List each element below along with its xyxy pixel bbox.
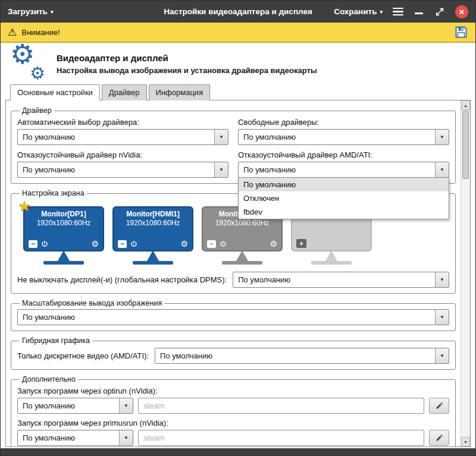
maximize-button[interactable] [434, 7, 445, 17]
window-footer [1, 448, 475, 455]
close-button[interactable]: × [455, 5, 468, 18]
hybrid-group: Гибридная графика Только дискретное виде… [11, 337, 456, 370]
chevron-down-icon: ▼ [435, 348, 449, 363]
dpms-label: Не выключать дисплей(-и) (глобальная нас… [17, 275, 227, 284]
chevron-down-icon: ▼ [435, 272, 449, 287]
hamburger-menu-button[interactable] [393, 8, 403, 16]
extra-group-legend: Дополнительно [20, 375, 78, 383]
auto-driver-field: Автоматический выбор драйвера: По умолча… [17, 117, 228, 145]
chevron-down-icon: ▼ [435, 310, 449, 325]
save-settings-button[interactable] [454, 25, 468, 39]
settings-window: Настройки видеоадаптера и дисплея Загруз… [0, 0, 476, 456]
scrollbar[interactable]: ▲ ▼ [461, 100, 470, 446]
minimize-button[interactable] [414, 7, 424, 17]
load-menu-label: Загрузить [8, 7, 48, 16]
monitor-hdmi1[interactable]: Monitor[HDMI1] 1920x1080:60Hz − ⚙ [112, 206, 193, 265]
scroll-up-button[interactable]: ▲ [461, 100, 470, 110]
free-driver-label: Свободные драйверы: [238, 118, 449, 127]
screen-group-legend: Настройка экрана [20, 189, 87, 197]
settings-content: Драйвер Автоматический выбор драйвера: П… [6, 100, 461, 446]
power-icon[interactable] [220, 240, 227, 247]
primusrun-command-input[interactable] [138, 430, 424, 446]
optirun-row: По умолчанию ▼ [17, 398, 449, 414]
tab-bar: Основные настройки Драйвер Информация [1, 84, 475, 100]
minimize-icon [415, 12, 423, 14]
window-titlebar: Настройки видеоадаптера и дисплея Загруз… [1, 1, 475, 23]
optirun-command-input[interactable] [138, 398, 424, 414]
scroll-thumb[interactable] [462, 111, 469, 179]
chevron-down-icon: ▾ [51, 9, 54, 15]
arrow-up-icon: ▲ [464, 103, 468, 108]
scaling-group-legend: Масштабирование вывода изображения [20, 299, 164, 307]
auto-driver-label: Автоматический выбор драйвера: [17, 118, 228, 127]
chevron-down-icon: ▼ [435, 130, 449, 144]
monitor-disable-button[interactable]: − [118, 240, 127, 248]
dpms-field: Не выключать дисплей(-и) (глобальная нас… [17, 272, 449, 288]
chevron-down-icon: ▾ [380, 9, 383, 15]
amd-failsafe-label: Отказоустойчивый драйвер AMD/ATI: [238, 150, 449, 159]
arrow-down-icon: ▼ [464, 440, 468, 444]
pencil-icon [436, 402, 443, 410]
free-driver-select[interactable]: По умолчанию ▼ [238, 129, 449, 145]
chevron-down-icon: ▼ [119, 398, 133, 413]
amd-failsafe-droplist: По умолчанию Отключен fbdev [238, 177, 449, 219]
hybrid-group-legend: Гибридная графика [20, 337, 92, 345]
optirun-select[interactable]: По умолчанию ▼ [17, 398, 133, 414]
primusrun-row: По умолчанию ▼ [17, 430, 449, 446]
discrete-video-field: Только дискретное видео (AMD/ATI): По ум… [17, 348, 449, 364]
pencil-icon [436, 434, 443, 442]
tab-panel: Драйвер Автоматический выбор драйвера: П… [5, 100, 471, 447]
warning-label: Внимание! [21, 28, 60, 37]
extra-group: Дополнительно Запуск программ через opti… [11, 375, 456, 446]
monitor-dp1[interactable]: ★ Monitor[DP1] 1920x1080:60Hz − ⚙ [23, 206, 104, 265]
scaling-select[interactable]: По умолчанию ▼ [17, 309, 449, 325]
nvidia-failsafe-field: Отказоустойчивый драйвер nVidia: По умол… [17, 149, 228, 178]
chevron-down-icon: ▼ [435, 162, 449, 177]
power-icon[interactable] [41, 240, 48, 247]
save-menu-label: Сохранить [334, 7, 377, 16]
primusrun-label: Запуск программ через primusrun (nVidia)… [17, 419, 449, 427]
discrete-video-label: Только дискретное видео (AMD/ATI): [17, 351, 149, 360]
driver-group-legend: Драйвер [20, 106, 54, 115]
monitor-settings-icon[interactable]: ⚙ [270, 240, 277, 248]
monitor-settings-icon[interactable]: ⚙ [180, 240, 188, 248]
save-menu-button[interactable]: Сохранить ▾ [334, 7, 383, 16]
dpms-select[interactable]: По умолчанию ▼ [233, 272, 449, 288]
primusrun-edit-button[interactable] [429, 430, 449, 446]
chevron-down-icon: ▼ [214, 162, 228, 177]
discrete-video-select[interactable]: По умолчанию ▼ [155, 348, 449, 364]
optirun-edit-button[interactable] [429, 398, 449, 414]
amd-failsafe-select[interactable]: По умолчанию ▼ [238, 162, 449, 178]
floppy-disk-icon [454, 25, 468, 39]
header-text: Видеоадаптер и дисплей Настройка вывода … [57, 53, 317, 75]
nvidia-failsafe-select[interactable]: По умолчанию ▼ [17, 162, 228, 178]
warning-banner: ⚠ Внимание! [1, 23, 475, 43]
tab-driver[interactable]: Драйвер [102, 84, 147, 100]
optirun-label: Запуск программ через optirun (nVidia): [17, 386, 449, 395]
primusrun-select[interactable]: По умолчанию ▼ [17, 430, 133, 446]
tab-main-settings[interactable]: Основные настройки [10, 84, 100, 100]
hamburger-icon [393, 8, 403, 10]
page-subtitle: Настройка вывода изображения и установка… [57, 66, 317, 75]
warning-icon: ⚠ [8, 27, 17, 37]
droplist-option[interactable]: Отключен [239, 191, 449, 205]
auto-driver-select[interactable]: По умолчанию ▼ [17, 129, 228, 145]
chevron-down-icon: ▼ [119, 430, 133, 445]
scaling-group: Масштабирование вывода изображения По ум… [11, 299, 456, 331]
scroll-down-button[interactable]: ▼ [461, 437, 470, 446]
free-driver-field: Свободные драйверы: По умолчанию ▼ [238, 117, 449, 145]
droplist-option[interactable]: fbdev [239, 205, 449, 219]
driver-group: Драйвер Автоматический выбор драйвера: П… [11, 106, 456, 184]
monitor-add-button[interactable]: + [296, 239, 306, 248]
tab-information[interactable]: Информация [149, 84, 211, 100]
monitor-disable-button[interactable]: − [207, 240, 216, 248]
close-icon: × [459, 7, 465, 16]
droplist-option[interactable]: По умолчанию [239, 178, 449, 191]
amd-failsafe-field: Отказоустойчивый драйвер AMD/ATI: По умо… [238, 149, 449, 178]
monitor-disable-button[interactable]: − [29, 240, 37, 248]
chevron-down-icon: ▼ [214, 130, 228, 144]
monitor-settings-icon[interactable]: ⚙ [91, 240, 99, 248]
power-icon[interactable] [130, 240, 137, 247]
load-menu-button[interactable]: Загрузить ▾ [8, 7, 53, 16]
expand-icon [435, 7, 444, 17]
